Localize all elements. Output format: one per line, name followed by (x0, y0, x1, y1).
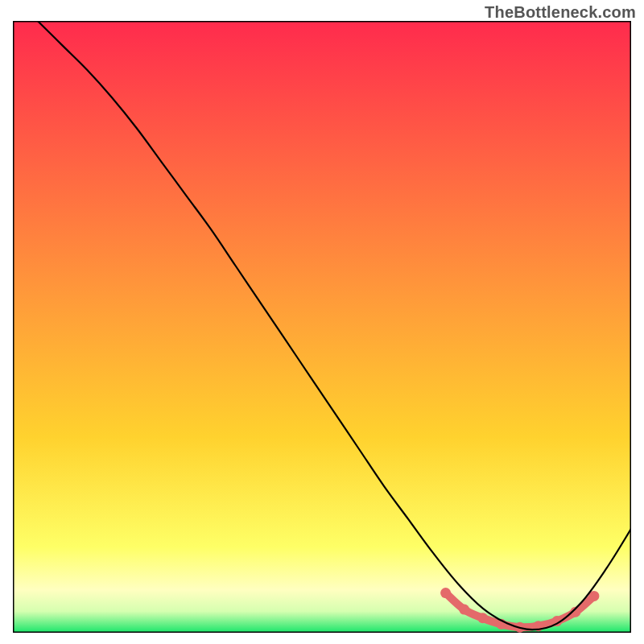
highlight-dot (440, 588, 451, 598)
plot-background (13, 21, 631, 633)
plot-area (13, 21, 631, 633)
highlight-dot (477, 613, 488, 623)
chart-container: TheBottleneck.com (0, 0, 644, 644)
watermark-label: TheBottleneck.com (485, 3, 636, 22)
highlight-dot (459, 605, 469, 615)
chart-svg (13, 21, 631, 633)
